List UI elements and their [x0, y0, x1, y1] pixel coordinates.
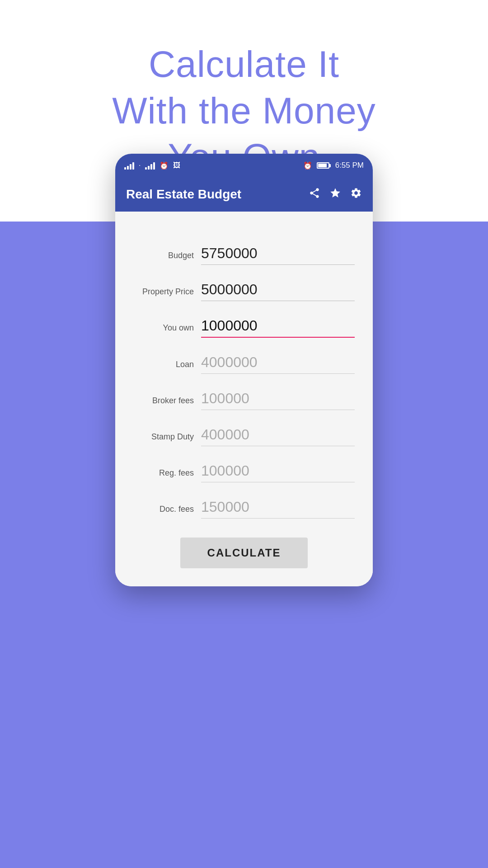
doc-fees-input: [201, 497, 355, 519]
signal-dot: ·: [139, 161, 141, 170]
alarm-icon: ⏰: [160, 161, 169, 170]
doc-fees-row: Doc. fees: [133, 497, 355, 519]
reg-fees-row: Reg. fees: [133, 461, 355, 482]
settings-icon[interactable]: [350, 187, 362, 202]
you-own-input[interactable]: [201, 316, 355, 338]
calculate-btn-row: CALCULATE: [133, 533, 355, 568]
loan-row: Loan: [133, 352, 355, 374]
budget-input[interactable]: [201, 243, 355, 265]
clock-icon: ⏰: [303, 161, 312, 170]
battery-icon: [317, 162, 331, 169]
content-area: Budget Property Price You own Loan Broke…: [115, 212, 373, 586]
property-price-label: Property Price: [133, 287, 201, 297]
reg-fees-label: Reg. fees: [133, 468, 201, 478]
share-icon[interactable]: [309, 187, 320, 202]
stamp-duty-row: Stamp Duty: [133, 425, 355, 446]
reg-fees-input: [201, 461, 355, 482]
budget-row: Budget: [133, 243, 355, 265]
hero-line1: Calculate It: [149, 43, 339, 85]
status-bar: · ⏰ 🖼 ⏰ 6:55 PM: [115, 154, 373, 177]
stamp-duty-label: Stamp Duty: [133, 432, 201, 442]
doc-fees-label: Doc. fees: [133, 505, 201, 514]
property-price-row: Property Price: [133, 279, 355, 301]
phone-mockup: · ⏰ 🖼 ⏰ 6:55 PM Real Estate Budget: [115, 154, 373, 586]
app-title: Real Estate Budget: [126, 187, 300, 202]
broker-fees-label: Broker fees: [133, 396, 201, 406]
calculate-button[interactable]: CALCULATE: [180, 538, 308, 568]
you-own-row: You own: [133, 316, 355, 338]
stamp-duty-input: [201, 425, 355, 446]
app-bar: Real Estate Budget: [115, 177, 373, 212]
loan-label: Loan: [133, 360, 201, 369]
budget-label: Budget: [133, 251, 201, 260]
loan-input: [201, 352, 355, 374]
you-own-label: You own: [133, 323, 201, 333]
signal-bars-2: [145, 161, 155, 170]
status-left: · ⏰ 🖼: [124, 161, 180, 170]
favorite-icon[interactable]: [329, 187, 341, 202]
broker-fees-input: [201, 388, 355, 410]
status-time: 6:55 PM: [335, 161, 364, 170]
image-icon: 🖼: [173, 161, 180, 170]
broker-fees-row: Broker fees: [133, 388, 355, 410]
property-price-input[interactable]: [201, 279, 355, 301]
status-right: ⏰ 6:55 PM: [303, 161, 364, 170]
hero-line2: With the Money: [112, 90, 376, 131]
signal-bars-1: [124, 161, 134, 170]
